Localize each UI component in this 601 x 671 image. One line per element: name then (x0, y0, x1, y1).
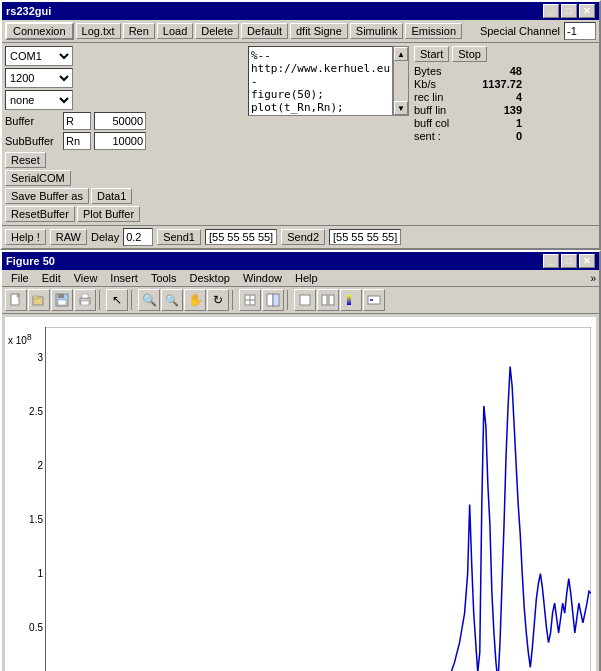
svg-rect-13 (267, 294, 273, 306)
main-window: rs232gui _ □ ✕ Connexion Log.txt Ren Loa… (0, 0, 601, 250)
figure-window-title: Figure 50 (6, 255, 55, 267)
close-button[interactable]: ✕ (579, 4, 595, 18)
special-channel-input[interactable] (564, 22, 596, 40)
arrow-select-button[interactable]: ↖ (106, 289, 128, 311)
script-text-area[interactable]: %--http://www.kerhuel.eu--figure(50);plo… (248, 46, 393, 116)
port-select[interactable]: COM1 (5, 46, 73, 66)
print-button[interactable] (74, 289, 96, 311)
special-channel-label: Special Channel (480, 25, 560, 37)
menu-tools[interactable]: Tools (145, 271, 183, 285)
pan-button[interactable]: ✋ (184, 289, 206, 311)
figure-close-button[interactable]: ✕ (579, 254, 595, 268)
simulink-button[interactable]: Simulink (350, 23, 404, 39)
left-panel: COM1 1200 none Buffer SubBuffer (5, 46, 245, 222)
buff-lin-label: buff lin (414, 104, 446, 116)
bytes-value: 48 (477, 65, 522, 77)
zoom-out-button[interactable]: 🔍 (161, 289, 183, 311)
menu-help[interactable]: Help (289, 271, 324, 285)
rec-lin-row: rec lin 4 (414, 91, 522, 103)
minimize-button[interactable]: _ (543, 4, 559, 18)
parity-select[interactable]: none (5, 90, 73, 110)
svg-rect-15 (300, 295, 310, 305)
toolbar-separator-1 (99, 290, 103, 310)
delay-label: Delay (91, 231, 119, 243)
plot-dual-button[interactable] (317, 289, 339, 311)
svg-rect-16 (322, 295, 327, 305)
delay-input[interactable] (123, 228, 153, 246)
log-txt-button[interactable]: Log.txt (76, 23, 121, 39)
buff-col-value: 1 (477, 117, 522, 129)
ren-button[interactable]: Ren (123, 23, 155, 39)
figure-minimize-button[interactable]: _ (543, 254, 559, 268)
load-button[interactable]: Load (157, 23, 193, 39)
dfit-signe-button[interactable]: dfit Signe (290, 23, 348, 39)
plot-area: x 108 3 2.5 2 1.5 1 0.5 0 (5, 317, 596, 671)
send1-button[interactable]: Send1 (157, 229, 201, 245)
new-figure-button[interactable] (5, 289, 27, 311)
svg-rect-5 (58, 294, 64, 298)
open-file-button[interactable] (28, 289, 50, 311)
r-input[interactable] (63, 112, 91, 130)
sent-value: 0 (477, 130, 522, 142)
figure-menubar: File Edit View Insert Tools Desktop Wind… (2, 270, 599, 287)
plot-buffer-button[interactable]: Plot Buffer (77, 206, 140, 222)
stop-button[interactable]: Stop (452, 46, 487, 62)
legend-button[interactable] (363, 289, 385, 311)
menu-desktop[interactable]: Desktop (184, 271, 236, 285)
menu-window[interactable]: Window (237, 271, 288, 285)
reset-buffer-button[interactable]: ResetBuffer (5, 206, 75, 222)
connexion-button[interactable]: Connexion (5, 22, 74, 40)
data-cursor-button[interactable] (239, 289, 261, 311)
save-button[interactable] (51, 289, 73, 311)
buffer-row: Buffer (5, 112, 245, 130)
toolbar-separator-4 (287, 290, 291, 310)
toolbar-separator-3 (232, 290, 236, 310)
svg-rect-18 (347, 295, 351, 305)
rn-input[interactable] (63, 132, 91, 150)
default-button[interactable]: Default (241, 23, 288, 39)
start-stop-row: Start Stop (414, 46, 522, 62)
bytes-row: Bytes 48 (414, 65, 522, 77)
svg-rect-19 (368, 296, 380, 304)
menu-view[interactable]: View (68, 271, 104, 285)
help-button[interactable]: Help ! (5, 229, 46, 245)
svg-rect-6 (58, 300, 66, 305)
serialcom-button[interactable]: SerialCOM (5, 170, 71, 186)
svg-rect-1 (17, 294, 19, 297)
save-buffer-as-button[interactable]: Save Buffer as (5, 188, 89, 204)
brush-button[interactable] (262, 289, 284, 311)
figure-title-bar: Figure 50 _ □ ✕ (2, 252, 599, 270)
subbuffer-label: SubBuffer (5, 135, 60, 147)
bytes-label: Bytes (414, 65, 442, 77)
kbs-label: Kb/s (414, 78, 436, 90)
text-scrollbar[interactable]: ▲ ▼ (393, 46, 409, 116)
maximize-button[interactable]: □ (561, 4, 577, 18)
chart-svg (45, 327, 591, 671)
emission-button[interactable]: Emission (405, 23, 462, 39)
toolbar-row-1: Connexion Log.txt Ren Load Delete Defaul… (2, 20, 599, 43)
send2-button[interactable]: Send2 (281, 229, 325, 245)
figure-maximize-button[interactable]: □ (561, 254, 577, 268)
sent-row: sent : 0 (414, 130, 522, 142)
start-button[interactable]: Start (414, 46, 449, 62)
menu-expand-icon: » (590, 273, 596, 284)
rec-lin-value: 4 (477, 91, 522, 103)
raw-button[interactable]: RAW (50, 229, 87, 245)
reset-button[interactable]: Reset (5, 152, 46, 168)
zoom-in-button[interactable]: 🔍 (138, 289, 160, 311)
baud-select[interactable]: 1200 (5, 68, 73, 88)
delete-button[interactable]: Delete (195, 23, 239, 39)
menu-edit[interactable]: Edit (36, 271, 67, 285)
plot-box-button[interactable] (294, 289, 316, 311)
menu-insert[interactable]: Insert (104, 271, 144, 285)
colorbar-button[interactable] (340, 289, 362, 311)
buffer-value-input[interactable] (94, 112, 146, 130)
rotate-button[interactable]: ↻ (207, 289, 229, 311)
reset-row: Reset (5, 152, 245, 168)
data1-button[interactable]: Data1 (91, 188, 132, 204)
menu-file[interactable]: File (5, 271, 35, 285)
main-content: COM1 1200 none Buffer SubBuffer (2, 43, 599, 225)
buffer-label: Buffer (5, 115, 60, 127)
y-tick-3: 3 (37, 352, 43, 363)
subbuffer-value-input[interactable] (94, 132, 146, 150)
